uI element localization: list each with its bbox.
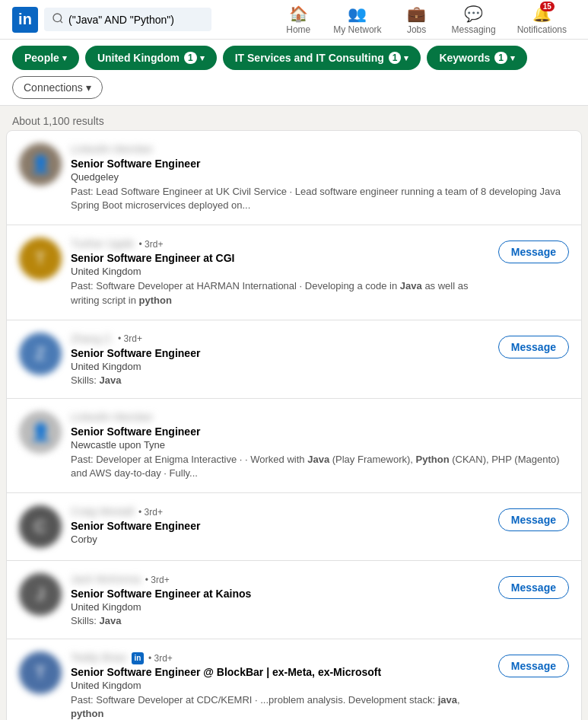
- people-filter-label: People: [24, 52, 59, 64]
- person-name-row: Tushar Ugale• 3rd+: [71, 237, 489, 250]
- person-past: Past: Lead Software Engineer at UK Civil…: [71, 185, 569, 212]
- top-navigation: in 🏠 Home 👥 My Network 💼 Jobs 💬 Messagin…: [0, 0, 588, 40]
- notifications-icon: 🔔 15: [532, 5, 551, 23]
- person-name[interactable]: LinkedIn Member: [71, 411, 153, 423]
- linkedin-logo[interactable]: in: [12, 7, 38, 33]
- search-icon: [52, 12, 64, 27]
- person-name[interactable]: Teddy Brian: [71, 652, 127, 664]
- avatar: 👤: [19, 143, 62, 186]
- connections-filter[interactable]: Connections ▾: [12, 76, 103, 99]
- avatar: T: [19, 652, 62, 694]
- person-card: JJack McKenna• 3rd+Senior Software Engin…: [7, 561, 581, 639]
- person-location: United Kingdom: [71, 266, 489, 277]
- notifications-badge: 15: [540, 2, 555, 11]
- person-name-row: Jack McKenna• 3rd+: [71, 573, 489, 586]
- industry-filter-label: IT Services and IT Consulting: [235, 52, 384, 64]
- person-title: Senior Software Engineer: [71, 347, 489, 359]
- nav-home-label: Home: [286, 24, 310, 35]
- person-location: United Kingdom: [71, 361, 489, 372]
- degree-badge: • 3rd+: [139, 239, 164, 250]
- person-title: Senior Software Engineer at CGI: [71, 252, 489, 264]
- person-name-row: Teddy Brianin• 3rd+: [71, 652, 489, 664]
- avatar: J: [19, 573, 62, 616]
- person-past: Past: Developer at Enigma Interactive · …: [71, 453, 569, 480]
- person-name[interactable]: Tushar Ugale: [71, 237, 135, 250]
- person-title: Senior Software Engineer at Kainos: [71, 588, 489, 600]
- people-list: 👤LinkedIn MemberSenior Software Engineer…: [6, 130, 582, 720]
- person-info: Teddy Brianin• 3rd+Senior Software Engin…: [71, 652, 489, 720]
- person-location: United Kingdom: [71, 601, 489, 613]
- degree-badge: • 3rd+: [148, 653, 173, 664]
- my-network-icon: 👥: [348, 5, 367, 23]
- person-skills: Skills: Java: [71, 374, 489, 386]
- person-name[interactable]: LinkedIn Member: [71, 143, 153, 155]
- messaging-icon: 💬: [464, 5, 483, 23]
- degree-badge: • 3rd+: [145, 575, 170, 585]
- nav-my-network-label: My Network: [333, 24, 381, 35]
- keywords-filter-label: Keywords: [439, 52, 490, 64]
- nav-jobs[interactable]: 💼 Jobs: [394, 5, 440, 35]
- person-info: Craig Westall• 3rd+Senior Software Engin…: [71, 505, 489, 547]
- nav-messaging-label: Messaging: [452, 24, 496, 35]
- degree-badge: • 3rd+: [138, 507, 163, 518]
- industry-filter[interactable]: IT Services and IT Consulting 1 ▾: [223, 46, 421, 70]
- message-button[interactable]: Message: [498, 241, 569, 263]
- home-icon: 🏠: [289, 5, 308, 23]
- search-bar[interactable]: [44, 8, 211, 31]
- search-input[interactable]: [68, 14, 204, 26]
- person-name-row: Zhang Z.• 3rd+: [71, 333, 489, 346]
- person-card: 👤LinkedIn MemberSenior Software Engineer…: [7, 399, 581, 493]
- person-title: Senior Software Engineer: [71, 520, 489, 532]
- nav-home[interactable]: 🏠 Home: [275, 5, 321, 35]
- person-name[interactable]: Craig Westall: [71, 505, 134, 518]
- nav-notifications[interactable]: 🔔 15 Notifications: [508, 5, 576, 35]
- results-summary: About 1,100 results: [0, 106, 588, 130]
- keywords-filter-caret: ▾: [510, 53, 515, 63]
- people-filter-caret: ▾: [62, 53, 67, 63]
- person-location: Newcastle upon Tyne: [71, 439, 569, 451]
- message-button[interactable]: Message: [498, 336, 569, 358]
- avatar: Z: [19, 333, 62, 375]
- person-card: 👤LinkedIn MemberSenior Software Engineer…: [7, 131, 581, 225]
- keywords-filter[interactable]: Keywords 1 ▾: [427, 46, 527, 70]
- degree-badge: • 3rd+: [118, 333, 142, 344]
- person-name[interactable]: Jack McKenna: [71, 573, 141, 585]
- person-info: Jack McKenna• 3rd+Senior Software Engine…: [71, 573, 489, 626]
- person-card: ZZhang Z.• 3rd+Senior Software EngineerU…: [7, 320, 581, 399]
- message-button[interactable]: Message: [498, 655, 569, 677]
- nav-my-network[interactable]: 👥 My Network: [324, 5, 390, 35]
- linkedin-badge-icon: in: [132, 652, 144, 664]
- people-filter[interactable]: People ▾: [12, 46, 79, 70]
- person-name-row: LinkedIn Member: [71, 411, 569, 424]
- avatar: 👤: [19, 411, 62, 454]
- jobs-icon: 💼: [407, 5, 426, 23]
- person-info: LinkedIn MemberSenior Software EngineerQ…: [71, 143, 569, 212]
- person-skills: Skills: Java: [71, 615, 489, 626]
- person-name[interactable]: Zhang Z.: [71, 333, 113, 345]
- industry-filter-count: 1: [389, 52, 402, 64]
- industry-filter-caret: ▾: [404, 53, 408, 63]
- person-name-row: Craig Westall• 3rd+: [71, 505, 489, 518]
- person-title: Senior Software Engineer: [71, 425, 569, 438]
- nav-items: 🏠 Home 👥 My Network 💼 Jobs 💬 Messaging 🔔…: [275, 5, 576, 35]
- uk-filter-caret: ▾: [200, 53, 205, 63]
- person-name-row: LinkedIn Member: [71, 143, 569, 156]
- nav-jobs-label: Jobs: [407, 24, 426, 35]
- svg-point-0: [53, 14, 62, 22]
- avatar: T: [19, 237, 62, 280]
- nav-messaging[interactable]: 💬 Messaging: [443, 5, 505, 35]
- message-button[interactable]: Message: [498, 576, 569, 599]
- svg-line-1: [60, 21, 62, 23]
- person-location: United Kingdom: [71, 680, 489, 691]
- uk-filter-label: United Kingdom: [97, 52, 180, 64]
- uk-filter[interactable]: United Kingdom 1 ▾: [85, 46, 217, 70]
- person-past: Past: Software Developer at HARMAN Inter…: [71, 279, 489, 307]
- avatar: C: [19, 505, 62, 548]
- person-location: Quedgeley: [71, 171, 569, 183]
- person-past: Past: Software Developer at CDC/KEMRI · …: [71, 693, 489, 720]
- message-button[interactable]: Message: [498, 508, 569, 531]
- nav-notifications-label: Notifications: [517, 24, 567, 35]
- uk-filter-count: 1: [184, 52, 197, 64]
- person-location: Corby: [71, 534, 489, 545]
- person-info: Zhang Z.• 3rd+Senior Software EngineerUn…: [71, 333, 489, 386]
